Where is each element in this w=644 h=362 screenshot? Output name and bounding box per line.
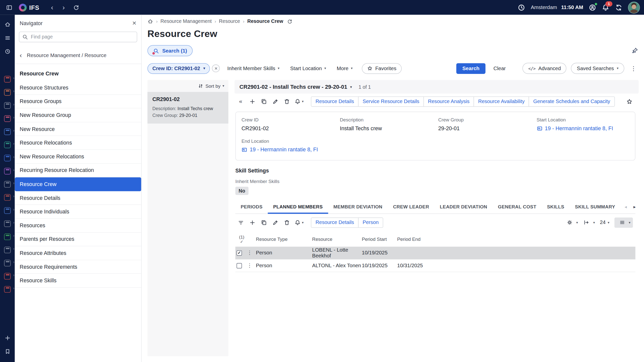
navigator-item-parents-per-resources[interactable]: Parents per Resources: [15, 233, 141, 246]
app-icon-3[interactable]: ›: [1, 100, 14, 111]
tab-skills[interactable]: SKILLS: [542, 200, 570, 213]
app-icon-1[interactable]: ›: [1, 73, 14, 84]
favorite-record-icon[interactable]: [624, 96, 634, 107]
navigator-item-resource-requirements[interactable]: Resource Requirements: [15, 260, 141, 274]
row-menu-icon[interactable]: ⋮: [247, 250, 252, 256]
app-icon-12[interactable]: ›: [1, 218, 14, 229]
navigator-item-new-resource-group[interactable]: New Resource Group: [15, 108, 141, 122]
navigator-item-new-resource[interactable]: New Resource: [15, 122, 141, 136]
forward-icon[interactable]: ›: [60, 4, 67, 11]
filter-dropdown-more[interactable]: More▾: [337, 65, 353, 71]
assistant-icon[interactable]: [589, 4, 596, 11]
column-header-period-end[interactable]: Period End: [397, 237, 635, 242]
user-avatar[interactable]: [628, 2, 640, 13]
table-settings-control[interactable]: ▾: [564, 217, 578, 228]
breadcrumb-item-resource-crew[interactable]: Resource Crew: [247, 18, 283, 24]
app-icon-4[interactable]: ›: [1, 113, 14, 124]
select-all-header[interactable]: (1) ✓: [236, 234, 247, 244]
tab-member-deviation[interactable]: MEMBER DEVIATION: [328, 200, 388, 213]
filter-dropdown-inherit-member-skills[interactable]: Inherit Member Skills▾: [227, 65, 279, 71]
notify-row-icon[interactable]: ▾: [293, 217, 305, 228]
app-icon-10[interactable]: ›: [1, 192, 14, 203]
chevron-left-icon[interactable]: ‹: [20, 52, 22, 59]
navigator-item-resource-individuals[interactable]: Resource Individuals: [15, 205, 141, 219]
duplicate-row-icon[interactable]: [258, 217, 269, 228]
app-icon-13[interactable]: ›: [1, 231, 14, 242]
search-toggle-button[interactable]: Search (1): [147, 45, 193, 56]
ifs-logo[interactable]: IFS: [19, 4, 39, 11]
tab-periods[interactable]: PERIODS: [235, 200, 268, 213]
sort-by-control[interactable]: Sort by ▾: [147, 80, 228, 92]
pin-icon[interactable]: [631, 47, 638, 54]
panel-toggle-icon[interactable]: [4, 3, 14, 12]
navigator-item-resources[interactable]: Resources: [15, 219, 141, 233]
record-title[interactable]: CR2901-02 - Install Techs crew - 29-20-0…: [239, 84, 347, 90]
app-icon-14[interactable]: ›: [1, 244, 14, 255]
app-icon-11[interactable]: ›: [1, 205, 14, 216]
remove-filter-icon[interactable]: ×: [212, 64, 220, 72]
record-card-cr2901-02[interactable]: CR2901-02Description: Install Techs crew…: [147, 92, 228, 124]
collapse-list-icon[interactable]: «: [235, 96, 246, 107]
more-options-icon[interactable]: ⋮: [629, 65, 638, 71]
navigator-item-resource-relocations[interactable]: Resource Relocations: [15, 136, 141, 150]
tab-crew-leader[interactable]: CREW LEADER: [388, 200, 434, 213]
app-icon-15[interactable]: ›: [1, 257, 14, 268]
search-button[interactable]: Search: [456, 63, 486, 74]
tab-planned-members[interactable]: PLANNED MEMBERS: [268, 200, 328, 213]
navigator-item-resource-structures[interactable]: Resource Structures: [15, 81, 141, 95]
notifications-bell-icon[interactable]: 1: [602, 4, 610, 11]
saved-searches-button[interactable]: Saved Searches ▾: [571, 63, 624, 74]
command-link-resource-availability[interactable]: Resource Availability: [474, 96, 529, 107]
duplicate-icon[interactable]: [258, 96, 269, 107]
sync-icon[interactable]: [615, 4, 623, 11]
navigator-context[interactable]: ‹ Resource Management / Resource: [15, 47, 141, 64]
filter-dropdown-start-location[interactable]: Start Location▾: [290, 65, 326, 71]
close-icon[interactable]: ×: [132, 20, 136, 27]
navigator-item-recurring-resource-relocation[interactable]: Recurring Resource Relocation: [15, 164, 141, 177]
app-icon-8[interactable]: ›: [1, 165, 14, 176]
filter-chip-crew-id[interactable]: Crew ID: CR2901-02 ▾: [147, 63, 210, 74]
filter-rows-icon[interactable]: [235, 217, 246, 228]
delete-icon[interactable]: [281, 96, 292, 107]
clear-button[interactable]: Clear: [490, 63, 509, 74]
bookmark-icon[interactable]: [1, 345, 14, 357]
app-icon-9[interactable]: ›: [1, 178, 14, 190]
app-icon-17[interactable]: ›: [1, 284, 14, 295]
tab-leader-deviation[interactable]: LEADER DEVIATION: [434, 200, 493, 213]
column-header-period-start[interactable]: Period Start: [362, 237, 397, 242]
tabs-scroll-right-icon[interactable]: ▸: [633, 204, 636, 209]
row-checkbox[interactable]: [236, 263, 242, 268]
app-icon-6[interactable]: ›: [1, 139, 14, 150]
navigator-item-resource-crew[interactable]: Resource Crew: [15, 177, 141, 191]
navigator-item-resource-attributes[interactable]: Resource Attributes: [15, 246, 141, 260]
table-export-control[interactable]: ▾: [581, 217, 595, 228]
app-icon-2[interactable]: ›: [1, 86, 14, 98]
tabs-scroll-left-icon[interactable]: ◂: [625, 204, 627, 209]
row-checkbox[interactable]: [236, 250, 242, 255]
command-link-resource-details[interactable]: Resource Details: [311, 96, 358, 107]
home-icon[interactable]: [147, 18, 153, 24]
find-page-input[interactable]: [19, 32, 137, 42]
page-size-selector[interactable]: 24 ▾: [600, 219, 610, 225]
refresh-icon[interactable]: [71, 3, 81, 12]
table-row[interactable]: ⋮PersonALTONL - Alex Tonen10/19/202510/3…: [235, 259, 635, 272]
history-icon[interactable]: [1, 45, 14, 58]
view-toggle[interactable]: ▾: [614, 217, 633, 228]
favorites-button[interactable]: Favorites: [362, 63, 402, 74]
app-icon-7[interactable]: ›: [1, 152, 14, 163]
breadcrumb-item-resource[interactable]: Resource: [219, 18, 240, 24]
navigator-item-resource-groups[interactable]: Resource Groups: [15, 95, 141, 108]
tab-skill-summary[interactable]: SKILL SUMMARY: [570, 200, 620, 213]
table-link-person[interactable]: Person: [358, 217, 383, 228]
app-icon-5[interactable]: ›: [1, 126, 14, 137]
menu-icon[interactable]: [1, 32, 14, 44]
notify-icon[interactable]: ▾: [293, 96, 305, 107]
row-menu-icon[interactable]: ⋮: [247, 262, 252, 268]
add-row-icon[interactable]: [247, 217, 257, 228]
add-icon[interactable]: [1, 332, 14, 344]
column-header-resource-type[interactable]: Resource Type: [256, 237, 312, 242]
edit-icon[interactable]: [270, 96, 280, 107]
navigator-item-resource-details[interactable]: Resource Details: [15, 191, 141, 205]
back-icon[interactable]: ‹: [48, 4, 56, 11]
command-link-generate-schedules-and-capacity[interactable]: Generate Schedules and Capacity: [529, 96, 615, 107]
